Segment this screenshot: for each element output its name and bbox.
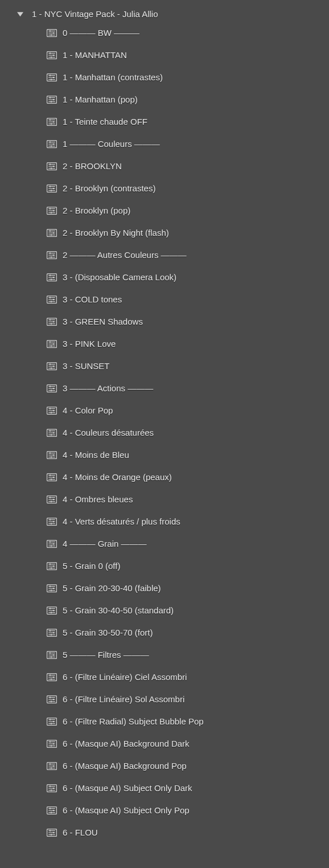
svg-point-118 (53, 387, 54, 388)
preset-item[interactable]: 6 - (Masque AI) Background Pop (0, 755, 329, 777)
preset-sliders-icon (47, 518, 57, 526)
preset-folder-row[interactable]: 1 - NYC Vintage Pack - Julia Allio (0, 6, 329, 22)
preset-item[interactable]: 5 - Grain 30-50-70 (fort) (0, 621, 329, 644)
preset-item-label: 2 - Brooklyn By Night (flash) (63, 228, 169, 238)
preset-sliders-icon (47, 584, 57, 592)
preset-item[interactable]: 3 ——— Actions ——— (0, 377, 329, 399)
svg-point-208 (50, 674, 51, 675)
svg-point-257 (50, 830, 51, 831)
preset-item[interactable]: 1 - Teinte chaude OFF (0, 110, 329, 133)
preset-item[interactable]: 3 - (Disposable Camera Look) (0, 266, 329, 288)
preset-item[interactable]: 5 - Grain 0 (off) (0, 555, 329, 577)
preset-item[interactable]: 6 - (Masque AI) Subject Only Pop (0, 799, 329, 821)
preset-sliders-icon (47, 73, 57, 81)
svg-point-21 (51, 79, 52, 80)
preset-item-label: 6 - (Masque AI) Subject Only Pop (63, 805, 190, 815)
preset-item[interactable]: 6 - (Masque AI) Subject Only Dark (0, 777, 329, 799)
svg-point-230 (53, 743, 54, 744)
preset-item[interactable]: 4 - Moins de Bleu (0, 444, 329, 466)
svg-point-259 (51, 834, 52, 835)
preset-item[interactable]: 4 - Couleurs désaturées (0, 421, 329, 444)
svg-point-201 (50, 652, 51, 653)
preset-item[interactable]: 2 ——— Autres Couleurs ——— (0, 244, 329, 266)
preset-item[interactable]: 4 ——— Grain ——— (0, 533, 329, 555)
preset-item[interactable]: 2 - Brooklyn By Night (flash) (0, 222, 329, 244)
svg-point-222 (50, 719, 51, 720)
preset-item[interactable]: 4 - Ombres bleues (0, 488, 329, 510)
preset-sliders-icon (47, 140, 57, 148)
svg-point-250 (50, 808, 51, 809)
preset-item[interactable]: 3 - GREEN Shadows (0, 310, 329, 333)
preset-sliders-icon (47, 362, 57, 370)
preset-item[interactable]: 1 - Manhattan (contrastes) (0, 66, 329, 88)
svg-point-110 (50, 363, 51, 365)
svg-point-89 (50, 297, 51, 298)
preset-sliders-icon (47, 429, 57, 437)
preset-sliders-icon (47, 718, 57, 726)
preset-item[interactable]: 1 - Manhattan (pop) (0, 88, 329, 110)
preset-item-label: 5 - Grain 20-30-40 (faible) (63, 583, 161, 593)
svg-point-245 (51, 789, 52, 791)
preset-item[interactable]: 6 - (Filtre Radial) Subject Bubble Pop (0, 710, 329, 732)
preset-item[interactable]: 6 - (Masque AI) Background Dark (0, 732, 329, 755)
svg-point-216 (53, 698, 54, 699)
preset-item[interactable]: 2 - Brooklyn (pop) (0, 199, 329, 222)
svg-point-63 (51, 212, 52, 213)
preset-item[interactable]: 3 - SUNSET (0, 355, 329, 377)
preset-item[interactable]: 3 - COLD tones (0, 288, 329, 310)
svg-point-75 (50, 252, 51, 253)
svg-point-34 (53, 121, 54, 122)
preset-sliders-icon (47, 340, 57, 348)
preset-item[interactable]: 6 - (Filtre Linéaire) Ciel Assombri (0, 666, 329, 688)
preset-item-label: 6 - (Filtre Linéaire) Ciel Assombri (63, 672, 187, 682)
preset-item[interactable]: 1 ——— Couleurs ——— (0, 133, 329, 155)
preset-item[interactable]: 4 - Moins de Orange (peaux) (0, 466, 329, 488)
svg-point-202 (53, 654, 54, 655)
preset-item-label: 6 - (Masque AI) Background Dark (63, 739, 190, 748)
preset-item[interactable]: 6 - (Filtre Linéaire) Sol Assombri (0, 688, 329, 710)
svg-point-223 (53, 720, 54, 722)
preset-item[interactable]: 6 - FLOU (0, 821, 329, 844)
preset-item-label: 5 ——— Filtres ——— (63, 650, 149, 660)
preset-sliders-icon (47, 207, 57, 215)
preset-item[interactable]: 3 - PINK Love (0, 333, 329, 355)
svg-point-175 (51, 567, 52, 568)
preset-sliders-icon (47, 540, 57, 548)
svg-point-237 (53, 765, 54, 766)
preset-item[interactable]: 2 - BROOKLYN (0, 155, 329, 177)
preset-item-label: 2 - BROOKLYN (63, 161, 122, 171)
preset-item-label: 6 - (Filtre Linéaire) Sol Assombri (63, 694, 184, 704)
preset-item[interactable]: 5 - Grain 20-30-40 (faible) (0, 577, 329, 599)
svg-point-132 (53, 432, 54, 433)
preset-item[interactable]: 4 - Color Pop (0, 399, 329, 421)
preset-item[interactable]: 0 ——— BW ——— (0, 22, 329, 44)
preset-item-label: 4 - Couleurs désaturées (63, 428, 154, 437)
preset-item[interactable]: 5 ——— Filtres ——— (0, 644, 329, 666)
preset-item[interactable]: 1 - MANHATTAN (0, 44, 329, 66)
svg-point-147 (51, 478, 52, 480)
svg-point-91 (51, 301, 52, 302)
svg-point-251 (53, 809, 54, 810)
svg-point-189 (51, 612, 52, 613)
disclosure-triangle-down-icon[interactable] (16, 10, 24, 18)
svg-point-98 (51, 323, 52, 324)
svg-point-62 (53, 210, 54, 211)
svg-point-160 (53, 521, 54, 522)
preset-item-label: 4 - Verts désaturés / plus froids (63, 517, 180, 526)
svg-point-112 (51, 367, 52, 369)
preset-item[interactable]: 4 - Verts désaturés / plus froids (0, 510, 329, 533)
preset-folder-label: 1 - NYC Vintage Pack - Julia Allio (32, 9, 158, 19)
svg-point-196 (51, 634, 52, 635)
svg-point-49 (51, 167, 52, 169)
svg-point-194 (50, 630, 51, 631)
preset-item[interactable]: 2 - Brooklyn (contrastes) (0, 177, 329, 199)
preset-item-label: 5 - Grain 30-40-50 (standard) (63, 605, 174, 615)
svg-point-56 (51, 190, 52, 191)
svg-point-195 (53, 632, 54, 633)
preset-item-label: 4 - Color Pop (63, 406, 113, 415)
svg-point-76 (53, 254, 54, 255)
preset-item[interactable]: 5 - Grain 30-40-50 (standard) (0, 599, 329, 621)
svg-point-180 (50, 586, 51, 587)
preset-sliders-icon (47, 473, 57, 481)
svg-point-238 (51, 767, 52, 768)
